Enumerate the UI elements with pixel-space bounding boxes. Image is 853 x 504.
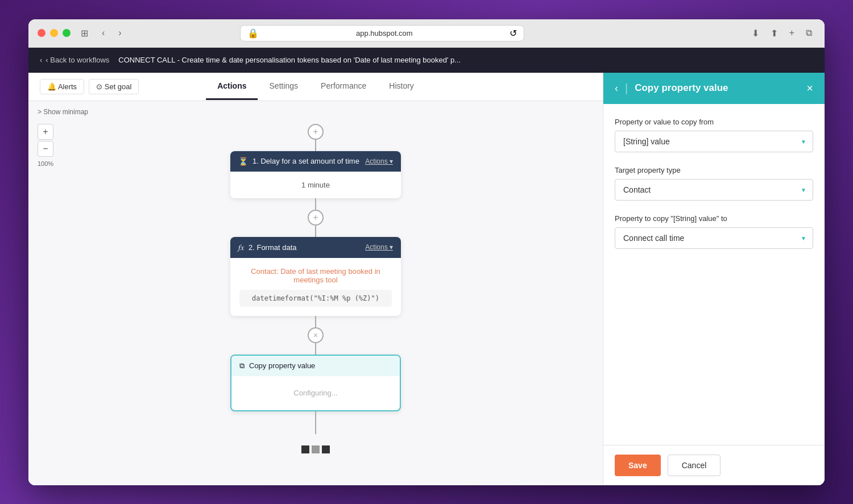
minimap-toggle[interactable]: > Show minimap: [38, 108, 88, 116]
back-to-workflows-label: ‹ Back to workflows: [45, 56, 109, 64]
zoom-controls: + − 100%: [38, 124, 53, 167]
field-group-target-type: Target property type Contact: [615, 166, 813, 201]
format-data-node-body: Contact: Date of last meeting booked in …: [230, 258, 401, 316]
panel-body: Property or value to copy from [String] …: [603, 104, 825, 445]
panel-title: Copy property value: [635, 82, 800, 94]
target-type-select[interactable]: Contact: [615, 179, 813, 201]
back-to-workflows-link[interactable]: ‹ ‹ Back to workflows: [40, 56, 109, 64]
app-content: ‹ ‹ Back to workflows CONNECT CALL - Cre…: [28, 48, 825, 485]
delay-node-header-left: ⏳ 1. Delay for a set amount of time: [238, 157, 359, 166]
zoom-out-btn[interactable]: −: [38, 141, 53, 157]
copy-from-select-wrapper: [String] value: [615, 131, 813, 152]
zoom-in-btn[interactable]: +: [38, 124, 53, 140]
workflow-area: 🔔 Alerts ⊙ Set goal Actions Settings Per…: [28, 73, 603, 485]
connector-7: [315, 423, 316, 434]
workflow-canvas[interactable]: > Show minimap + − 100% +: [28, 101, 603, 485]
workflow-tabs-bar: 🔔 Alerts ⊙ Set goal Actions Settings Per…: [28, 73, 603, 101]
traffic-lights: [38, 29, 71, 37]
traffic-light-minimize[interactable]: [50, 29, 58, 37]
address-bar: 🔒 app.hubspot.com ↺: [240, 25, 524, 41]
workflow-nodes: + ⏳ 1. Delay for a set amount of time Ac…: [230, 124, 401, 453]
zoom-level: 100%: [38, 160, 53, 167]
add-node-middle-btn[interactable]: +: [308, 210, 324, 226]
connector-6: [315, 411, 316, 423]
divider: |: [625, 82, 628, 95]
connector-4: [315, 316, 316, 327]
lock-icon: 🔒: [247, 28, 259, 39]
top-nav: ‹ ‹ Back to workflows CONNECT CALL - Cre…: [28, 48, 825, 73]
workflow-tabs-center: Actions Settings Performance History: [206, 73, 425, 100]
target-type-label: Target property type: [615, 166, 813, 174]
delay-node: ⏳ 1. Delay for a set amount of time Acti…: [230, 151, 401, 198]
sidebar-toggle-btn[interactable]: ⊞: [77, 26, 92, 41]
copy-icon: ⧉: [239, 361, 245, 370]
delete-node-btn[interactable]: ×: [308, 327, 324, 343]
browser-window: ⊞ ‹ › 🔒 app.hubspot.com ↺ ⬇ ⬆ + ⧉ ‹ ‹ Ba…: [28, 19, 825, 485]
workflow-end-marker: [301, 445, 330, 453]
panel-close-btn[interactable]: ×: [806, 82, 813, 94]
format-data-actions-btn[interactable]: Actions ▾: [365, 243, 393, 251]
function-icon: 𝑓𝑥: [238, 243, 244, 252]
tab-history[interactable]: History: [378, 73, 425, 100]
end-square-3: [322, 445, 330, 453]
traffic-light-fullscreen[interactable]: [63, 29, 71, 37]
browser-actions: ⬇ ⬆ + ⧉: [748, 26, 815, 41]
main-area: 🔔 Alerts ⊙ Set goal Actions Settings Per…: [28, 73, 825, 485]
delay-node-body: 1 minute: [230, 172, 401, 198]
copy-to-select-wrapper: Connect call time: [615, 227, 813, 249]
connector-5: [315, 343, 316, 355]
connector-3: [315, 226, 316, 237]
tab-settings[interactable]: Settings: [258, 73, 310, 100]
field-group-copy-from: Property or value to copy from [String] …: [615, 118, 813, 152]
browser-titlebar: ⊞ ‹ › 🔒 app.hubspot.com ↺ ⬇ ⬆ + ⧉: [28, 19, 825, 48]
workflow-title: CONNECT CALL - Create time & date person…: [118, 56, 461, 64]
alerts-button[interactable]: 🔔 Alerts: [40, 79, 84, 94]
save-button[interactable]: Save: [615, 455, 661, 476]
connector-2: [315, 198, 316, 210]
end-square-1: [301, 445, 309, 453]
panel-header: ‹ | Copy property value ×: [603, 73, 825, 104]
copy-from-select[interactable]: [String] value: [615, 131, 813, 152]
reload-icon[interactable]: ↺: [510, 28, 517, 39]
copy-from-label: Property or value to copy from: [615, 118, 813, 126]
format-data-title: 2. Format data: [249, 243, 297, 252]
tabs-btn[interactable]: ⧉: [802, 26, 815, 41]
back-btn[interactable]: ‹: [98, 26, 108, 40]
panel-back-btn[interactable]: ‹: [615, 82, 618, 94]
format-data-source: Contact: Date of last meeting booked in …: [239, 267, 392, 284]
copy-property-node-body: Configuring...: [231, 376, 400, 410]
end-square-2: [312, 445, 320, 453]
tab-performance[interactable]: Performance: [309, 73, 378, 100]
right-panel: ‹ | Copy property value × Property or va…: [603, 73, 825, 485]
copy-to-select[interactable]: Connect call time: [615, 227, 813, 249]
back-chevron-icon: ‹: [40, 56, 42, 64]
format-data-code: datetimeformat("%I:%M %p (%Z)"): [239, 290, 392, 307]
address-url[interactable]: app.hubspot.com: [263, 29, 505, 38]
copy-property-node-header: ⧉ Copy property value: [231, 356, 400, 376]
add-node-top-btn[interactable]: +: [308, 124, 324, 140]
cancel-button[interactable]: Cancel: [668, 455, 721, 476]
format-data-header-left: 𝑓𝑥 2. Format data: [238, 243, 297, 252]
copy-to-label: Property to copy "[String] value" to: [615, 214, 813, 223]
delay-node-actions-btn[interactable]: Actions ▾: [365, 157, 393, 165]
delay-node-header: ⏳ 1. Delay for a set amount of time Acti…: [230, 151, 401, 172]
tab-actions[interactable]: Actions: [206, 73, 258, 100]
set-goal-button[interactable]: ⊙ Set goal: [89, 79, 139, 94]
format-data-node: 𝑓𝑥 2. Format data Actions ▾ Contact: Dat…: [230, 237, 401, 316]
field-group-copy-to: Property to copy "[String] value" to Con…: [615, 214, 813, 249]
new-tab-btn[interactable]: +: [786, 26, 798, 41]
connector-1: [315, 140, 316, 151]
download-btn[interactable]: ⬇: [748, 26, 763, 41]
delay-node-title: 1. Delay for a set amount of time: [252, 157, 359, 165]
hourglass-icon: ⏳: [238, 157, 248, 166]
copy-property-node-title: Copy property value: [249, 361, 315, 370]
tab-left-buttons: 🔔 Alerts ⊙ Set goal: [40, 79, 139, 94]
copy-property-node[interactable]: ⧉ Copy property value Configuring...: [230, 355, 401, 411]
traffic-light-close[interactable]: [38, 29, 45, 37]
forward-btn[interactable]: ›: [115, 26, 125, 40]
target-type-select-wrapper: Contact: [615, 179, 813, 201]
panel-footer: Save Cancel: [603, 445, 825, 485]
format-data-node-header: 𝑓𝑥 2. Format data Actions ▾: [230, 237, 401, 258]
share-btn[interactable]: ⬆: [767, 26, 781, 41]
